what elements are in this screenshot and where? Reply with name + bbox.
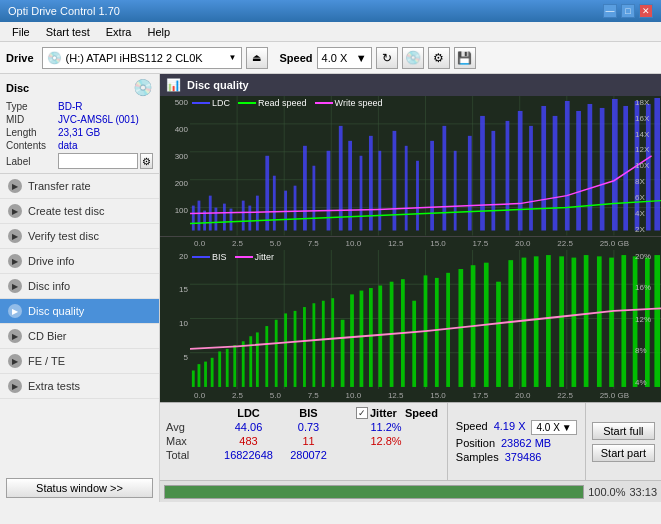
drive-dropdown-arrow: ▼ — [229, 53, 237, 62]
progress-bar-container: 100.0% 33:13 — [160, 480, 661, 502]
svg-rect-34 — [378, 151, 381, 231]
disc-label-button[interactable]: ⚙ — [140, 153, 153, 169]
svg-rect-36 — [405, 146, 408, 231]
bottom-legend: BIS Jitter — [192, 252, 274, 262]
drive-selector[interactable]: 💿 (H:) ATAPI iHBS112 2 CL0K ▼ — [42, 47, 242, 69]
length-value: 23,31 GB — [58, 127, 100, 138]
svg-rect-105 — [534, 256, 539, 387]
nav-transfer-rate[interactable]: ▶ Transfer rate — [0, 174, 159, 199]
svg-rect-32 — [360, 156, 363, 231]
menu-extra[interactable]: Extra — [98, 25, 140, 39]
svg-rect-88 — [341, 319, 345, 386]
nav-cd-bier[interactable]: ▶ CD Bier — [0, 324, 159, 349]
svg-rect-103 — [508, 260, 513, 387]
svg-rect-17 — [214, 208, 217, 231]
max-label: Max — [166, 435, 216, 447]
nav-verify-test-disc-label: Verify test disc — [28, 230, 99, 242]
bottom-chart: BIS Jitter — [160, 250, 661, 390]
maximize-button[interactable]: □ — [621, 4, 635, 18]
svg-rect-77 — [242, 341, 245, 387]
menu-help[interactable]: Help — [139, 25, 178, 39]
settings-button[interactable]: ⚙ — [428, 47, 450, 69]
stats-bar: LDC BIS ✓ Jitter Speed Avg 44.06 0.73 11… — [160, 402, 661, 480]
stats-avg-row: Avg 44.06 0.73 11.2% — [166, 421, 441, 433]
nav-create-test-disc-label: Create test disc — [28, 205, 104, 217]
svg-rect-45 — [518, 111, 523, 231]
disc-button[interactable]: 💿 — [402, 47, 424, 69]
speed-selector[interactable]: 4.0 X ▼ — [317, 47, 372, 69]
transfer-rate-icon: ▶ — [8, 179, 22, 193]
top-chart: LDC Read speed Write speed — [160, 96, 661, 237]
verify-disc-icon: ▶ — [8, 229, 22, 243]
nav-extra-tests-label: Extra tests — [28, 380, 80, 392]
minimize-button[interactable]: — — [603, 4, 617, 18]
legend-write-speed: Write speed — [315, 98, 383, 108]
nav-verify-test-disc[interactable]: ▶ Verify test disc — [0, 224, 159, 249]
type-value: BD-R — [58, 101, 82, 112]
menu-file[interactable]: File — [4, 25, 38, 39]
svg-rect-40 — [454, 151, 457, 231]
nav-create-test-disc[interactable]: ▶ Create test disc — [0, 199, 159, 224]
svg-rect-22 — [256, 196, 259, 231]
svg-rect-26 — [294, 186, 297, 231]
nav-disc-info[interactable]: ▶ Disc info — [0, 274, 159, 299]
svg-rect-97 — [435, 277, 439, 386]
menu-start-test[interactable]: Start test — [38, 25, 98, 39]
nav-fe-te-label: FE / TE — [28, 355, 65, 367]
svg-rect-81 — [275, 319, 278, 386]
nav-fe-te[interactable]: ▶ FE / TE — [0, 349, 159, 374]
samples-value: 379486 — [505, 451, 542, 463]
nav-menu: ▶ Transfer rate ▶ Create test disc ▶ Ver… — [0, 174, 159, 474]
svg-rect-104 — [522, 257, 527, 386]
refresh-button[interactable]: ↻ — [376, 47, 398, 69]
bottom-chart-x-axis: 0.0 2.5 5.0 7.5 10.0 12.5 15.0 17.5 20.0… — [160, 389, 661, 402]
svg-rect-23 — [265, 156, 269, 231]
svg-rect-106 — [546, 255, 551, 387]
start-full-button[interactable]: Start full — [592, 422, 655, 440]
stats-right-section: Speed 4.19 X 4.0 X ▼ Position 23862 MB S… — [447, 403, 585, 480]
close-button[interactable]: ✕ — [639, 4, 653, 18]
jitter-checkbox-container[interactable]: ✓ Jitter — [356, 407, 397, 419]
eject-button[interactable]: ⏏ — [246, 47, 268, 69]
legend-write-speed-label: Write speed — [335, 98, 383, 108]
legend-jitter-label: Jitter — [255, 252, 275, 262]
speed-header: Speed — [405, 407, 438, 419]
svg-rect-30 — [339, 126, 343, 231]
speed-select[interactable]: 4.0 X ▼ — [531, 420, 576, 435]
legend-ldc-label: LDC — [212, 98, 230, 108]
speed-select-value: 4.0 X — [536, 422, 559, 433]
nav-extra-tests[interactable]: ▶ Extra tests — [0, 374, 159, 399]
save-button[interactable]: 💾 — [454, 47, 476, 69]
legend-bis: BIS — [192, 252, 227, 262]
nav-disc-quality[interactable]: ▶ Disc quality — [0, 299, 159, 324]
svg-rect-24 — [273, 176, 276, 231]
start-part-button[interactable]: Start part — [592, 444, 655, 462]
svg-rect-19 — [230, 209, 233, 231]
status-window-button[interactable]: Status window >> — [6, 478, 153, 498]
svg-rect-38 — [430, 141, 434, 231]
jitter-checkbox[interactable]: ✓ — [356, 407, 368, 419]
contents-label: Contents — [6, 140, 58, 151]
svg-rect-98 — [446, 272, 450, 386]
charts-wrapper: LDC Read speed Write speed — [160, 96, 661, 402]
window-controls[interactable]: — □ ✕ — [603, 4, 653, 18]
action-buttons: Start full Start part — [585, 403, 661, 480]
svg-rect-14 — [198, 201, 201, 231]
position-value: 23862 MB — [501, 437, 551, 449]
svg-rect-51 — [588, 104, 593, 231]
fe-te-icon: ▶ — [8, 354, 22, 368]
svg-rect-27 — [303, 146, 307, 231]
svg-rect-112 — [621, 255, 626, 387]
nav-drive-info[interactable]: ▶ Drive info — [0, 249, 159, 274]
svg-rect-109 — [584, 255, 589, 387]
svg-rect-43 — [491, 131, 495, 231]
progress-time: 33:13 — [629, 486, 657, 498]
svg-rect-79 — [256, 332, 259, 387]
max-ldc: 483 — [216, 435, 281, 447]
disc-panel: Disc 💿 Type BD-R MID JVC-AMS6L (001) Len… — [0, 74, 159, 174]
top-legend: LDC Read speed Write speed — [192, 98, 382, 108]
legend-ldc: LDC — [192, 98, 230, 108]
speed-value: 4.19 X — [494, 420, 526, 435]
svg-rect-110 — [597, 256, 602, 387]
disc-label-input[interactable] — [58, 153, 138, 169]
